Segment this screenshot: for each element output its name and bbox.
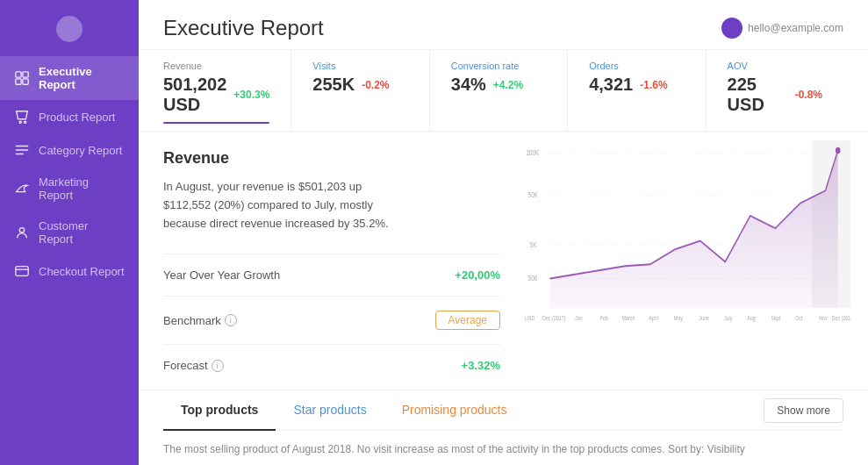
chart-svg: 200K 50K 5K 500 (525, 140, 850, 325)
svg-rect-3 (23, 79, 28, 84)
kpi-revenue: Revenue 501,202 USD +30.3% (163, 50, 291, 131)
svg-text:April: April (649, 314, 658, 322)
kpi-revenue-underline (163, 122, 269, 124)
kpi-conversion-change: +4.2% (493, 79, 523, 91)
kpi-aov-change: -0.8% (795, 89, 822, 101)
revenue-chart-row: Revenue In August, your revenue is $501,… (139, 132, 868, 390)
sidebar-item-executive[interactable]: Executive Report (0, 56, 139, 100)
user-avatar (721, 18, 742, 39)
svg-rect-1 (23, 72, 28, 77)
kpi-conversion-value: 34% (451, 75, 486, 95)
checkout-icon (14, 263, 30, 279)
forecast-label: Forecast i (163, 359, 224, 372)
kpi-orders-label: Orders (589, 61, 684, 71)
kpi-revenue-change: +30.3% (233, 89, 269, 101)
kpi-aov: AOV 225 USD -0.8% (728, 50, 843, 131)
kpi-conversion-label: Conversion rate (451, 61, 546, 71)
svg-text:Oct: Oct (795, 314, 803, 321)
divider-1 (163, 254, 500, 254)
revenue-title: Revenue (163, 149, 500, 168)
sidebar-item-marketing[interactable]: Marketing Report (0, 167, 139, 211)
revenue-panel: Revenue In August, your revenue is $501,… (139, 132, 525, 390)
svg-text:June: June (699, 314, 709, 321)
svg-point-5 (25, 121, 26, 123)
svg-point-17 (836, 147, 841, 154)
forecast-row: Forecast i +3.32% (163, 359, 500, 372)
kpi-revenue-value: 501,202 USD (163, 75, 226, 115)
forecast-info-icon[interactable]: i (212, 360, 224, 372)
svg-text:Jan: Jan (575, 314, 583, 321)
revenue-chart: 200K 50K 5K 500 (525, 132, 868, 390)
sidebar-item-product[interactable]: Product Report (0, 100, 139, 133)
svg-text:Feb: Feb (600, 314, 609, 321)
benchmark-info-icon[interactable]: i (225, 314, 237, 326)
svg-text:July: July (724, 314, 733, 322)
sidebar-item-checkout[interactable]: Checkout Report (0, 254, 139, 288)
page-title: Executive Report (163, 16, 324, 40)
svg-text:May: May (674, 314, 684, 322)
kpi-visits: Visits 255K -0.2% (312, 50, 429, 131)
yoy-row: Year Over Year Growth +20,00% (163, 268, 500, 282)
svg-text:USD: USD (525, 314, 535, 321)
kpi-visits-value: 255K (312, 75, 355, 95)
sidebar-label-checkout: Checkout Report (39, 265, 125, 278)
svg-text:5K: 5K (530, 240, 537, 249)
benchmark-button[interactable]: Average (435, 311, 500, 330)
tabs-section: Top products Star products Promising pro… (139, 390, 868, 431)
show-more-button[interactable]: Show more (764, 398, 843, 423)
category-icon (14, 142, 30, 158)
svg-text:Sept: Sept (771, 314, 780, 322)
forecast-value: +3.32% (462, 359, 500, 372)
kpi-aov-label: AOV (728, 61, 822, 71)
kpi-aov-value: 225 USD (728, 75, 788, 115)
customer-icon (14, 225, 30, 240)
revenue-description: In August, your revenue is $501,203 up $… (163, 178, 409, 232)
kpi-orders-change: -1.6% (640, 79, 667, 91)
sidebar-logo (56, 16, 82, 42)
page-header: Executive Report hello@example.com (139, 0, 868, 50)
divider-2 (163, 296, 500, 297)
svg-text:Aug: Aug (747, 314, 756, 322)
svg-text:Dec (2017): Dec (2017) (542, 314, 565, 322)
executive-icon (14, 70, 30, 86)
yoy-label: Year Over Year Growth (163, 268, 280, 282)
svg-text:March: March (622, 314, 635, 321)
yoy-value: +20,00% (455, 268, 500, 282)
kpi-orders: Orders 4,321 -1.6% (589, 50, 706, 131)
svg-text:50K: 50K (528, 190, 538, 199)
sidebar-label-product: Product Report (39, 111, 115, 124)
tab-star-products[interactable]: Star products (276, 390, 384, 431)
kpi-visits-label: Visits (312, 61, 407, 71)
kpi-bar: Revenue 501,202 USD +30.3% Visits 255K -… (139, 50, 868, 132)
sidebar-label-customer: Customer Report (39, 219, 125, 246)
tab-top-products[interactable]: Top products (163, 390, 276, 431)
kpi-conversion: Conversion rate 34% +4.2% (451, 50, 568, 131)
sidebar-item-customer[interactable]: Customer Report (0, 211, 139, 254)
sidebar: Executive Report Product Report Category… (0, 0, 139, 465)
revenue-stats: Year Over Year Growth +20,00% Benchmark … (163, 250, 500, 372)
marketing-icon (14, 181, 30, 197)
divider-3 (163, 344, 500, 345)
tab-promising-products[interactable]: Promising products (384, 390, 525, 431)
kpi-visits-change: -0.2% (362, 79, 389, 91)
sidebar-label-executive: Executive Report (39, 65, 125, 91)
svg-text:200K: 200K (526, 148, 539, 157)
svg-rect-0 (16, 72, 21, 77)
benchmark-label: Benchmark i (163, 314, 237, 327)
kpi-orders-value: 4,321 (589, 75, 633, 95)
svg-text:Nov: Nov (819, 314, 828, 321)
svg-rect-7 (16, 267, 28, 276)
svg-text:500: 500 (528, 274, 538, 283)
bottom-description: The most selling product of August 2018.… (139, 431, 868, 465)
svg-point-4 (19, 121, 21, 123)
sidebar-item-category[interactable]: Category Report (0, 133, 139, 167)
svg-point-6 (19, 228, 24, 232)
main-content: Executive Report hello@example.com Reven… (139, 0, 868, 465)
user-email: hello@example.com (748, 22, 843, 34)
product-icon (14, 109, 30, 125)
svg-text:Dec (2018): Dec (2018) (832, 314, 850, 322)
svg-rect-2 (16, 79, 21, 84)
kpi-revenue-label: Revenue (163, 61, 269, 71)
tabs-row: Top products Star products Promising pro… (163, 390, 843, 431)
sidebar-label-marketing: Marketing Report (39, 175, 125, 202)
